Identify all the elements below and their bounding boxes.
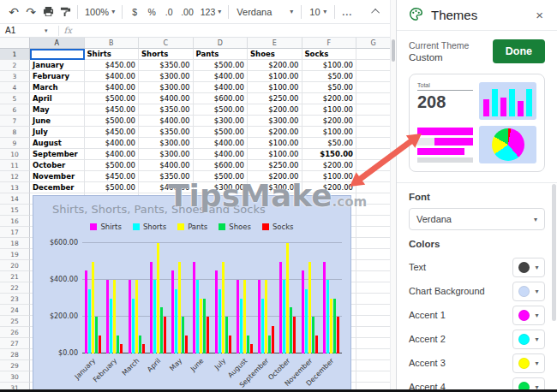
cell-E9[interactable]: $100.00 <box>248 138 302 149</box>
row-header-6[interactable]: 6 <box>0 104 30 116</box>
row-header-29[interactable]: 29 <box>0 360 30 371</box>
cell-C5[interactable]: $400.00 <box>139 93 194 104</box>
cell-F6[interactable]: $100.00 <box>302 104 357 116</box>
row-header-3[interactable]: 3 <box>0 71 30 82</box>
cell-F1[interactable]: Socks <box>302 49 357 60</box>
cell-A12[interactable]: November <box>30 171 85 182</box>
cell-B8[interactable]: $450.00 <box>85 127 140 138</box>
more-toolbar-button[interactable]: ... <box>338 3 356 21</box>
cell-G18[interactable] <box>356 238 390 249</box>
row-header-25[interactable]: 25 <box>0 316 30 327</box>
font-family-select[interactable]: Verdana▾ <box>232 3 297 21</box>
cell-D2[interactable]: $500.00 <box>194 60 249 71</box>
cell-G23[interactable] <box>356 294 390 305</box>
cell-C8[interactable]: $350.00 <box>139 127 194 138</box>
row-header-21[interactable]: 21 <box>0 271 30 282</box>
cell-B2[interactable]: $450.00 <box>85 60 140 71</box>
cell-A5[interactable]: April <box>30 93 85 104</box>
cell-D3[interactable]: $400.00 <box>194 71 249 82</box>
cell-G1[interactable] <box>356 49 390 60</box>
cell-C4[interactable]: $300.00 <box>139 82 194 93</box>
row-header-28[interactable]: 28 <box>0 349 30 360</box>
row-header-20[interactable]: 20 <box>0 260 30 271</box>
cell-A3[interactable]: February <box>30 71 85 82</box>
format-percent-button[interactable]: % <box>143 3 160 21</box>
cell-F10[interactable]: $150.00 <box>302 149 357 160</box>
sheet-vertical-scrollbar[interactable] <box>390 0 396 392</box>
cell-F9[interactable]: $50.00 <box>302 138 357 149</box>
cell-D5[interactable]: $600.00 <box>194 93 249 104</box>
format-currency-button[interactable]: $ <box>126 3 143 21</box>
cell-F5[interactable]: $200.00 <box>302 93 357 104</box>
cell-B10[interactable]: $400.00 <box>85 149 140 160</box>
cell-G22[interactable] <box>356 282 390 294</box>
cell-B4[interactable]: $400.00 <box>85 82 140 93</box>
row-header-7[interactable]: 7 <box>0 116 30 127</box>
decrease-decimal-button[interactable]: .0 <box>160 3 177 21</box>
cell-B3[interactable]: $400.00 <box>85 71 140 82</box>
cell-G19[interactable] <box>356 249 390 260</box>
row-header-17[interactable]: 17 <box>0 227 30 238</box>
cell-G24[interactable] <box>356 305 390 316</box>
cell-A1[interactable] <box>30 49 85 60</box>
cell-G3[interactable] <box>356 71 390 82</box>
column-header-D[interactable]: D <box>194 38 249 49</box>
cell-G6[interactable] <box>356 104 390 116</box>
cell-D9[interactable]: $400.00 <box>194 138 249 149</box>
cell-F3[interactable]: $50.00 <box>302 71 357 82</box>
cell-G28[interactable] <box>356 349 390 360</box>
cell-F2[interactable]: $100.00 <box>302 60 357 71</box>
cell-D11[interactable]: $600.00 <box>194 160 249 171</box>
hide-menus-button[interactable] <box>368 3 385 21</box>
cell-F11[interactable]: $200.00 <box>302 160 357 171</box>
row-header-10[interactable]: 10 <box>0 149 30 160</box>
cell-G4[interactable] <box>356 82 390 93</box>
row-header-15[interactable]: 15 <box>0 205 30 216</box>
row-header-8[interactable]: 8 <box>0 127 30 138</box>
cell-D4[interactable]: $400.00 <box>194 82 249 93</box>
number-format-menu[interactable]: 123▾ <box>197 3 225 21</box>
row-header-16[interactable]: 16 <box>0 216 30 227</box>
cell-D7[interactable]: $300.00 <box>194 116 249 127</box>
panel-scrollbar-thumb[interactable] <box>552 184 556 321</box>
zoom-select[interactable]: 100%▾ <box>81 3 118 21</box>
row-header-1[interactable]: 1 <box>0 49 30 60</box>
cell-G17[interactable] <box>356 227 390 238</box>
cell-A8[interactable]: July <box>30 127 85 138</box>
row-header-24[interactable]: 24 <box>0 305 30 316</box>
column-header-C[interactable]: C <box>139 38 194 49</box>
cell-E7[interactable]: $300.00 <box>248 116 302 127</box>
font-size-select[interactable]: 10▾ <box>305 3 331 21</box>
column-header-F[interactable]: F <box>302 38 357 49</box>
cell-G27[interactable] <box>356 338 390 349</box>
row-header-27[interactable]: 27 <box>0 338 30 349</box>
cell-G20[interactable] <box>356 260 390 271</box>
cell-A9[interactable]: August <box>30 138 85 149</box>
done-button[interactable]: Done <box>493 39 545 63</box>
cell-B1[interactable]: Shirts <box>85 49 140 60</box>
row-header-9[interactable]: 9 <box>0 138 30 149</box>
cell-C10[interactable]: $300.00 <box>139 149 194 160</box>
cell-B9[interactable]: $400.00 <box>85 138 140 149</box>
chevron-down-icon[interactable]: ▾ <box>45 27 48 34</box>
cell-E10[interactable]: $100.00 <box>248 149 302 160</box>
cell-G10[interactable] <box>356 149 390 160</box>
row-header-5[interactable]: 5 <box>0 93 30 104</box>
cell-A2[interactable]: January <box>30 60 85 71</box>
row-header-26[interactable]: 26 <box>0 327 30 338</box>
color-swatch-button[interactable]: ▾ <box>512 330 545 349</box>
cell-C7[interactable]: $400.00 <box>139 116 194 127</box>
column-header-G[interactable]: G <box>356 38 390 49</box>
column-header-B[interactable]: B <box>85 38 140 49</box>
cell-C9[interactable]: $300.00 <box>139 138 194 149</box>
cell-E11[interactable]: $250.00 <box>248 160 302 171</box>
cell-D8[interactable]: $500.00 <box>194 127 249 138</box>
row-header-13[interactable]: 13 <box>0 182 30 193</box>
cell-C3[interactable]: $300.00 <box>139 71 194 82</box>
cell-E6[interactable]: $200.00 <box>248 104 302 116</box>
column-header-A[interactable]: A <box>30 38 85 49</box>
row-header-2[interactable]: 2 <box>0 60 30 71</box>
cell-E4[interactable]: $100.00 <box>248 82 302 93</box>
cell-B7[interactable]: $500.00 <box>85 116 140 127</box>
cell-F4[interactable]: $50.00 <box>302 82 357 93</box>
